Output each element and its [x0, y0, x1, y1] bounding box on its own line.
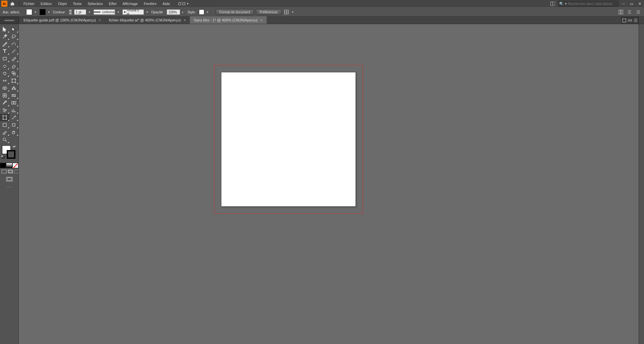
window-restore-button[interactable]: ▭	[629, 1, 635, 6]
close-icon[interactable]: ×	[261, 18, 263, 22]
menu-effet[interactable]: Effet	[106, 1, 119, 7]
menu-texte[interactable]: Texte	[70, 1, 85, 7]
stroke-swatch[interactable]	[40, 9, 46, 15]
draw-normal-icon[interactable]	[1, 169, 7, 174]
artboard-tool[interactable]	[0, 114, 9, 121]
svg-rect-13	[623, 19, 626, 22]
stroke-weight-dropdown-icon[interactable]: ▼	[88, 11, 92, 14]
menu-flyout-icon[interactable]	[635, 9, 641, 15]
opacity-dropdown-icon[interactable]: ▸	[182, 11, 185, 14]
draw-behind-icon[interactable]	[8, 169, 13, 174]
graphic-style-swatch[interactable]	[199, 9, 204, 15]
close-icon[interactable]: ×	[99, 18, 101, 22]
menu-objet[interactable]: Objet	[55, 1, 70, 7]
column-graph-tool[interactable]	[9, 107, 19, 114]
rectangle-tool[interactable]	[0, 55, 9, 62]
panel-icon-b[interactable]	[628, 18, 632, 23]
menu-selection[interactable]: Sélection	[85, 1, 106, 7]
opacity-input[interactable]	[168, 10, 178, 14]
window-close-button[interactable]: ✕	[637, 1, 643, 6]
free-transform-tool[interactable]	[9, 77, 19, 84]
help-search-input[interactable]	[568, 2, 618, 6]
zoom-tool[interactable]	[0, 136, 9, 143]
preferences-button[interactable]: Préférences	[256, 9, 281, 15]
screen-mode-icon[interactable]	[6, 177, 13, 182]
menu-affichage[interactable]: Affichage	[119, 1, 141, 7]
type-tool[interactable]	[0, 48, 9, 55]
scale-tool[interactable]	[9, 70, 19, 77]
menu-edition[interactable]: Edition	[38, 1, 55, 7]
selection-tool[interactable]	[0, 25, 9, 33]
hand-placeholder-b[interactable]	[9, 121, 19, 129]
help-search[interactable]: 🔍 ▼	[558, 1, 619, 7]
color-mode-icon[interactable]	[0, 163, 6, 168]
blend-tool[interactable]	[9, 99, 19, 107]
fill-swatch[interactable]	[26, 9, 32, 15]
direct-selection-tool[interactable]	[9, 25, 19, 33]
style-dropdown-icon[interactable]: ▼	[206, 11, 210, 14]
gradient-tool[interactable]	[9, 92, 19, 99]
variable-width-profile-dropdown[interactable]: Arrondi 5 pt	[122, 9, 144, 15]
align-to-selection-icon[interactable]	[618, 9, 624, 15]
rotate-tool[interactable]	[0, 70, 9, 77]
align-panel-icon[interactable]	[627, 9, 633, 15]
stroke-color-swatch[interactable]	[7, 150, 15, 159]
search-dropdown-icon[interactable]: ▼	[565, 2, 567, 5]
curvature-tool[interactable]	[9, 40, 19, 48]
perspective-grid-tool[interactable]	[9, 84, 19, 92]
eyedropper-tool[interactable]	[0, 99, 9, 107]
svg-point-34	[5, 109, 6, 111]
canvas-area[interactable]	[19, 24, 644, 344]
stroke-weight-input[interactable]	[76, 10, 85, 14]
magic-wand-tool[interactable]	[0, 33, 9, 40]
transform-dropdown-icon[interactable]: ▼	[291, 11, 295, 14]
svg-point-35	[4, 111, 5, 112]
width-tool[interactable]	[0, 77, 9, 84]
document-tab-1[interactable]: fichier étiquette.ai* @ 400% (CMJN/Aperç…	[105, 16, 190, 24]
pen-tool[interactable]	[0, 40, 9, 48]
svg-rect-22	[12, 79, 15, 82]
hand-tool-alt[interactable]	[0, 129, 9, 136]
vertical-scrollbar[interactable]	[639, 24, 644, 344]
shaper-tool[interactable]	[0, 62, 9, 70]
shape-builder-tool[interactable]	[0, 84, 9, 92]
menu-fenetre[interactable]: Fenêtre	[141, 1, 160, 7]
slice-tool[interactable]	[9, 114, 19, 121]
panel-icon-a[interactable]	[622, 18, 627, 23]
panel-icon-c[interactable]	[633, 18, 638, 23]
none-mode-icon[interactable]	[12, 163, 18, 168]
close-icon[interactable]: ×	[183, 18, 185, 22]
document-tab-2[interactable]: Sans titre - 1* @ 400% (CMJN/Aperçu) ×	[190, 16, 267, 24]
window-minimize-button[interactable]: ─	[621, 1, 627, 6]
line-segment-tool[interactable]	[9, 48, 19, 55]
default-fill-stroke-icon[interactable]	[1, 155, 5, 159]
app-logo-icon: Ai	[1, 1, 7, 7]
arrange-documents-icon[interactable]	[549, 1, 556, 7]
document-tab-0[interactable]: Etiquette guide.pdf @ 100% (CMJN/Aperçu)…	[19, 16, 105, 24]
hand-tool[interactable]	[9, 129, 19, 136]
hand-placeholder-a[interactable]	[0, 121, 9, 129]
home-icon[interactable]	[9, 1, 15, 7]
paintbrush-tool[interactable]	[9, 55, 19, 62]
swap-fill-stroke-icon[interactable]: ⇄	[13, 145, 15, 148]
lasso-tool[interactable]	[9, 33, 19, 40]
workspace-layout-switcher[interactable]: ▼	[178, 2, 189, 5]
menu-fichier[interactable]: Fichier	[20, 1, 38, 7]
edit-toolbar-icon[interactable]: ···	[0, 185, 18, 189]
document-tab-label: Sans titre - 1* @ 400% (CMJN/Aperçu)	[194, 18, 258, 22]
menu-aide[interactable]: Aide	[160, 1, 173, 7]
brush-dropdown-icon[interactable]: ▼	[117, 11, 120, 14]
transform-panel-icon[interactable]	[283, 9, 289, 15]
stroke-weight-stepper[interactable]: ▴▾	[69, 9, 72, 15]
gradient-mode-icon[interactable]	[6, 163, 12, 168]
symbol-sprayer-tool[interactable]	[0, 107, 9, 114]
artboard[interactable]	[221, 72, 356, 207]
fill-dropdown-icon[interactable]: ▼	[34, 11, 38, 14]
profile-dropdown-icon[interactable]: ▼	[146, 11, 149, 14]
eraser-tool[interactable]	[9, 62, 19, 70]
mesh-tool[interactable]	[0, 92, 9, 99]
collapsed-panel-tab[interactable]	[0, 17, 19, 24]
brush-definition-dropdown[interactable]: Uniforme	[94, 9, 115, 15]
stroke-dropdown-icon[interactable]: ▼	[48, 11, 51, 14]
document-setup-button[interactable]: Format de document	[216, 9, 254, 15]
